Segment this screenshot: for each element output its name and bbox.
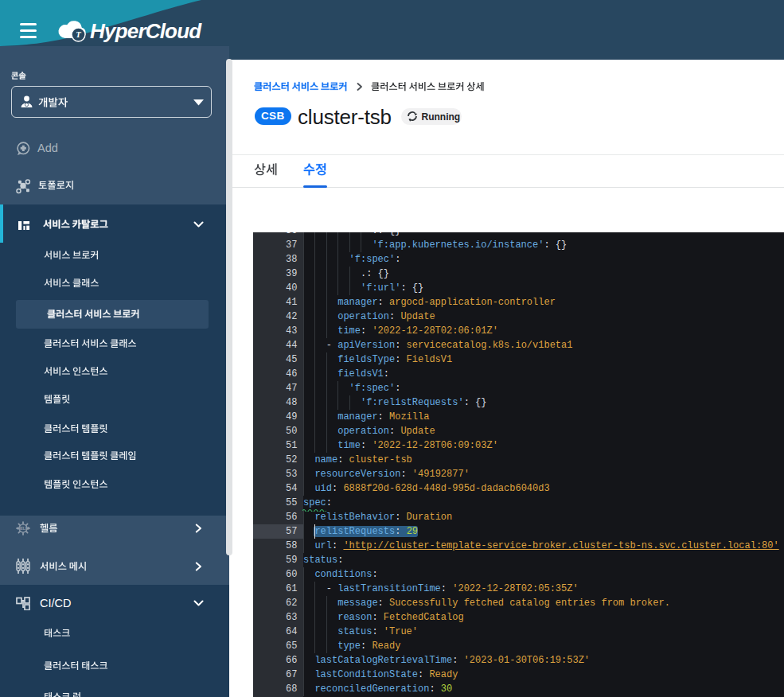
svg-text:HELM: HELM [18,526,29,531]
svg-text:T: T [76,30,81,39]
